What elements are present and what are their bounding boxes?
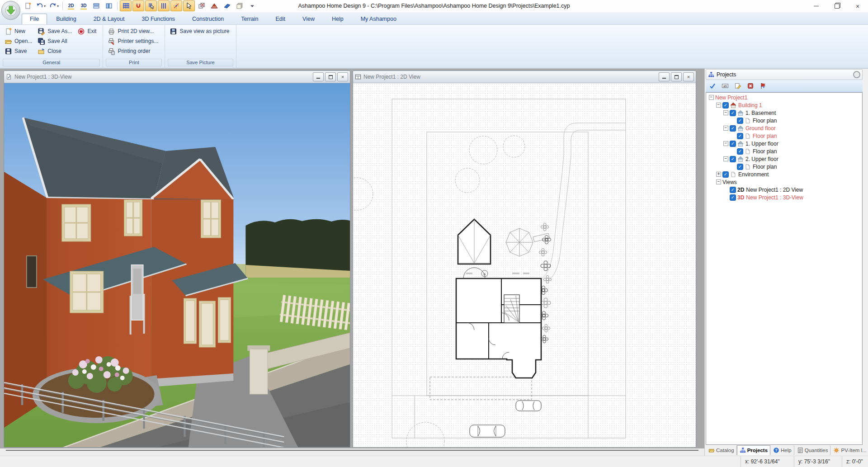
tree-item-views[interactable]: −Views [706, 178, 862, 186]
tree-item-building-1[interactable]: −✓Building 1 [706, 101, 862, 109]
tab-terrain[interactable]: Terrain [233, 14, 266, 24]
tree-item-floor-plan[interactable]: ✓Floor plan [706, 117, 862, 124]
2d-viewport[interactable]: A [353, 83, 696, 448]
tab-view[interactable]: View [294, 14, 323, 24]
expand-icon[interactable]: + [716, 172, 721, 177]
visibility-checkbox[interactable]: ✓ [737, 164, 743, 170]
new-button[interactable]: New [3, 27, 34, 36]
tree-item-floor-plan[interactable]: ✓Floor plan [706, 163, 862, 170]
visibility-checkbox[interactable]: ✓ [722, 102, 729, 108]
collapse-icon[interactable]: − [723, 156, 728, 161]
2d-view-titlebar[interactable]: New Project1 : 2D View × [353, 71, 696, 83]
import-button[interactable] [757, 81, 769, 91]
panel-tab-quantities[interactable]: Quantities [794, 445, 831, 455]
panel-tab-pv-item-l[interactable]: PV-Item l... [830, 445, 868, 455]
panel-tab-help[interactable]: Help [770, 445, 794, 455]
printer-settings-button[interactable]: Printer settings... [106, 37, 160, 46]
save-view-as-picture-button[interactable]: Save view as picture [168, 27, 231, 36]
visibility-checkbox[interactable]: ✓ [730, 194, 736, 201]
tree-item-1-basement[interactable]: −✓1. Basement [706, 109, 862, 117]
visibility-checkbox[interactable]: ✓ [730, 156, 736, 162]
panel-tab-catalog[interactable]: Catalog [706, 445, 737, 455]
tree-item-3d-new-project1-3d-view[interactable]: ✓3DNew Project1 : 3D-View [706, 193, 862, 201]
print-2d-view-button[interactable]: Print 2D view... [106, 27, 160, 36]
tab-my-ashampoo[interactable]: My Ashampoo [353, 14, 405, 24]
collapse-icon[interactable]: − [716, 103, 721, 108]
3d-maximize-button[interactable] [325, 72, 336, 81]
gazebo [506, 228, 550, 256]
2d-close-button[interactable]: × [683, 72, 694, 81]
delete-button[interactable] [745, 81, 756, 91]
restore-button[interactable] [826, 0, 847, 12]
open-button[interactable]: Open... [3, 37, 34, 46]
tree-item-environment[interactable]: +✓Environment [706, 170, 862, 178]
tab-help[interactable]: Help [324, 14, 352, 24]
tree-item-ground-floor[interactable]: −✓Ground floor [706, 124, 862, 132]
help-icon [773, 447, 779, 453]
save-all-label: Save All [47, 38, 67, 44]
tree-item-new-project1[interactable]: −New Project1 [706, 94, 862, 101]
printing-order-button[interactable]: Printing order [106, 47, 160, 56]
exit-button[interactable]: Exit [75, 27, 98, 36]
visibility-checkbox[interactable]: ✓ [730, 187, 736, 193]
title-bar[interactable]: ▾▾2D3D Ashampoo Home Design 9 - C:\Progr… [0, 0, 868, 13]
visibility-checkbox[interactable]: ✓ [730, 110, 736, 116]
saveas-icon [38, 28, 45, 35]
close-button[interactable]: Close [36, 47, 74, 56]
tree-item-label: 1. Basement [745, 110, 776, 116]
save-button[interactable]: Save [3, 47, 34, 56]
2d-maximize-button[interactable] [671, 72, 682, 81]
minimize-button[interactable] [806, 0, 826, 12]
tab-3d-functions[interactable]: 3D Functions [133, 14, 183, 24]
new-icon [5, 28, 12, 35]
tree-item-label: New Project1 : 3D-View [746, 194, 803, 201]
tree-item-floor-plan[interactable]: ✓Floor plan [706, 132, 862, 140]
tree-item-2-upper-floor[interactable]: −✓2. Upper floor [706, 155, 862, 163]
visibility-checkbox[interactable]: ✓ [722, 171, 729, 178]
collapse-icon[interactable]: − [723, 126, 728, 131]
properties-button[interactable] [732, 81, 744, 91]
tree-item-label: Ground floor [745, 125, 776, 132]
2d-minimize-button[interactable] [659, 72, 670, 81]
rename-button[interactable] [719, 81, 731, 91]
projects-tree: −New Project1−✓Building 1−✓1. Basement✓F… [706, 92, 863, 445]
collapse-icon[interactable]: − [723, 110, 728, 115]
tab-construction[interactable]: Construction [184, 14, 232, 24]
close-button[interactable]: × [847, 0, 868, 12]
collapse-icon[interactable]: − [723, 141, 728, 146]
edit-icon [734, 82, 741, 90]
visibility-checkbox[interactable]: ✓ [737, 148, 743, 155]
panel-tab-projects[interactable]: Projects [737, 445, 770, 455]
visibility-checkbox[interactable]: ✓ [737, 118, 743, 124]
visibility-checkbox[interactable]: ✓ [737, 133, 743, 139]
3d-minimize-button[interactable] [313, 72, 324, 81]
tree-item-floor-plan[interactable]: ✓Floor plan [706, 147, 862, 155]
3d-viewport[interactable] [4, 83, 350, 448]
apply-button[interactable] [707, 81, 718, 91]
visibility-checkbox[interactable]: ✓ [730, 125, 736, 132]
ribbon-tab-bar: FileBuilding2D & Layout3D FunctionsConst… [0, 12, 868, 25]
pin-icon[interactable] [853, 71, 860, 78]
collapse-icon[interactable]: − [709, 95, 714, 100]
tab-edit[interactable]: Edit [268, 14, 294, 24]
printset-icon [108, 38, 115, 45]
visibility-checkbox[interactable]: ✓ [730, 141, 736, 147]
status-bar: x: 92'-6 31/64"y: 75'-3 3/16"z: 0'-0" [0, 456, 868, 467]
panel-tab-label: Quantities [805, 448, 828, 453]
tree-item-2d-new-project1-2d-view[interactable]: ✓2DNew Project1 : 2D View [706, 186, 862, 193]
save-as-button[interactable]: Save As... [36, 27, 74, 36]
tab-2d-layout[interactable]: 2D & Layout [85, 14, 133, 24]
collapse-icon[interactable]: − [716, 179, 721, 184]
save-all-button[interactable]: Save All [36, 37, 74, 46]
3d-view-titlebar[interactable]: New Project1 : 3D-View × [4, 71, 350, 83]
tree-item-1-upper-floor[interactable]: −✓1. Upper floor [706, 140, 862, 147]
bldg-icon [730, 102, 736, 108]
tab-building[interactable]: Building [48, 14, 84, 24]
tab-file[interactable]: File [22, 14, 47, 24]
path-curves [542, 123, 626, 280]
app-logo-button[interactable] [1, 1, 20, 20]
3d-close-button[interactable]: × [337, 72, 348, 81]
terrace-outline [430, 377, 532, 400]
projects-panel-header[interactable]: Projects [706, 69, 863, 80]
projects-panel-title: Projects [717, 71, 853, 78]
